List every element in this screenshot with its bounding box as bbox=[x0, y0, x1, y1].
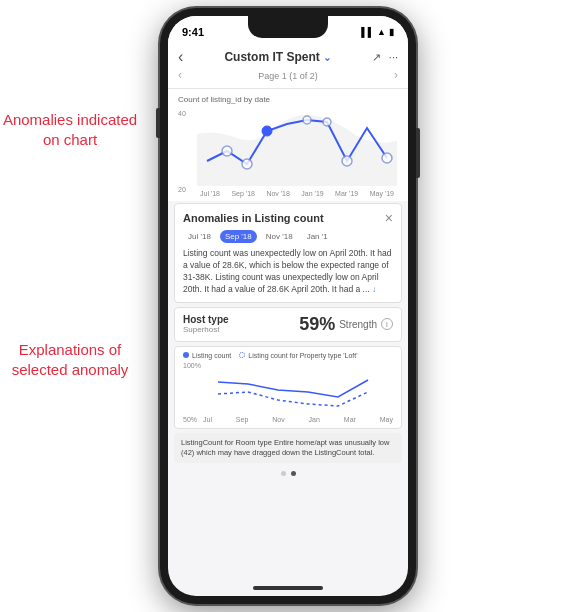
y-mid: 20 bbox=[178, 186, 194, 193]
anomaly-tab-sep[interactable]: Sep '18 bbox=[220, 230, 257, 243]
battery-icon: ▮ bbox=[389, 27, 394, 37]
legend-label-2: Listing count for Property type 'Loft' bbox=[248, 352, 357, 359]
status-icons: ▌▌ ▲ ▮ bbox=[361, 27, 394, 37]
strength-label: Strength bbox=[339, 319, 377, 330]
bottom-desc-text: ListingCount for Room type Entire home/a… bbox=[181, 438, 389, 457]
main-chart-svg bbox=[196, 106, 398, 186]
dropdown-icon[interactable]: ⌄ bbox=[323, 52, 331, 63]
mini-x-axis: Jul Sep Nov Jan Mar May bbox=[203, 416, 393, 423]
legend-listing-count-loft: Listing count for Property type 'Loft' bbox=[239, 352, 357, 359]
phone-screen: 9:41 ▌▌ ▲ ▮ ‹ Custom IT Spent ⌄ ↗ ··· bbox=[168, 16, 408, 596]
top-annotation: Anomalies indicated on chart bbox=[0, 110, 140, 149]
nav-right[interactable]: › bbox=[394, 68, 398, 82]
bottom-annotation: Explanations of selected anomaly bbox=[0, 340, 140, 379]
back-button[interactable]: ‹ bbox=[178, 48, 183, 66]
anomaly-panel: Anomalies in Listing count × Jul '18 Sep… bbox=[174, 203, 402, 303]
svg-point-6 bbox=[323, 118, 331, 126]
pagination-dots bbox=[168, 467, 408, 480]
more-button[interactable]: ··· bbox=[389, 51, 398, 63]
home-indicator[interactable] bbox=[253, 586, 323, 590]
bottom-description: ListingCount for Room type Entire home/a… bbox=[174, 433, 402, 463]
pagination-dot-2[interactable] bbox=[291, 471, 296, 476]
info-icon[interactable]: i bbox=[381, 318, 393, 330]
svg-point-2 bbox=[342, 156, 352, 166]
y-max: 40 bbox=[178, 110, 194, 117]
signal-icon: ▌▌ bbox=[361, 27, 374, 37]
notch bbox=[248, 16, 328, 38]
anomaly-tabs[interactable]: Jul '18 Sep '18 Nov '18 Jan '1 bbox=[183, 230, 393, 243]
anomaly-text: Listing count was unexpectedly low on Ap… bbox=[183, 248, 393, 296]
phone-shell: 9:41 ▌▌ ▲ ▮ ‹ Custom IT Spent ⌄ ↗ ··· bbox=[160, 8, 416, 604]
chart-y-label: Count of listing_id by date bbox=[178, 95, 398, 104]
y-axis: 40 20 bbox=[178, 106, 194, 197]
anomaly-tab-jan[interactable]: Jan '1 bbox=[302, 230, 333, 243]
nav-left[interactable]: ‹ bbox=[178, 68, 182, 82]
anomaly-tab-jul[interactable]: Jul '18 bbox=[183, 230, 216, 243]
legend-listing-count: Listing count bbox=[183, 352, 231, 359]
pagination-dot-1[interactable] bbox=[281, 471, 286, 476]
strength-panel: Host type Superhost 59% Strength i bbox=[174, 307, 402, 342]
page-subtitle: Page 1 (1 of 2) bbox=[258, 71, 318, 81]
svg-point-0 bbox=[222, 146, 232, 156]
svg-point-1 bbox=[242, 159, 252, 169]
mini-chart-svg bbox=[203, 362, 393, 412]
header-bar: ‹ Custom IT Spent ⌄ ↗ ··· ‹ Page 1 (1 of… bbox=[168, 44, 408, 89]
mini-y-axis: 100% 50% bbox=[183, 362, 201, 423]
host-type-sub: Superhost bbox=[183, 325, 229, 334]
x-axis: Jul '18 Sep '18 Nov '18 Jan '19 Mar '19 … bbox=[196, 190, 398, 197]
header-title: Custom IT Spent ⌄ bbox=[224, 50, 330, 64]
mini-chart: Listing count Listing count for Property… bbox=[174, 346, 402, 429]
anomaly-close-button[interactable]: × bbox=[385, 210, 393, 226]
svg-point-5 bbox=[303, 116, 311, 124]
anomaly-tab-nov[interactable]: Nov '18 bbox=[261, 230, 298, 243]
wifi-icon: ▲ bbox=[377, 27, 386, 37]
host-type-label: Host type bbox=[183, 314, 229, 325]
legend-dot-solid bbox=[183, 352, 189, 358]
status-time: 9:41 bbox=[182, 26, 204, 38]
strength-percentage: 59% Strength bbox=[299, 314, 377, 335]
legend-label-1: Listing count bbox=[192, 352, 231, 359]
anomaly-expand-button[interactable]: ↓ bbox=[372, 285, 376, 294]
main-chart-area: Count of listing_id by date 40 20 bbox=[168, 89, 408, 201]
svg-point-3 bbox=[382, 153, 392, 163]
svg-point-4 bbox=[262, 126, 272, 136]
anomaly-title: Anomalies in Listing count bbox=[183, 212, 324, 224]
title-text: Custom IT Spent bbox=[224, 50, 319, 64]
mini-legend: Listing count Listing count for Property… bbox=[183, 352, 393, 359]
header-actions: ↗ ··· bbox=[372, 51, 398, 64]
expand-button[interactable]: ↗ bbox=[372, 51, 381, 64]
legend-dot-dashed bbox=[239, 352, 245, 358]
